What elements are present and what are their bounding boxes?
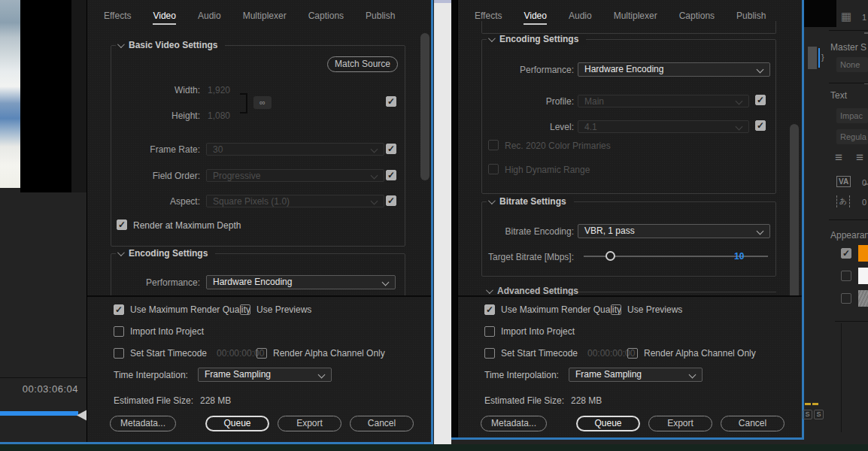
use-previews-label: Use Previews xyxy=(627,304,682,315)
render-max-depth-label: Render at Maximum Depth xyxy=(133,220,241,231)
solo-track-button[interactable]: S xyxy=(814,410,824,419)
tab-publish[interactable]: Publish xyxy=(366,11,395,25)
dimension-link-bracket xyxy=(240,93,247,114)
render-alpha-checkbox[interactable] xyxy=(256,348,267,359)
performance-dropdown[interactable]: Hardware Encoding xyxy=(206,275,396,289)
screenshot-border-left-right-edge xyxy=(431,0,433,444)
profile-dropdown[interactable]: Main xyxy=(578,95,749,107)
shadow-color-swatch[interactable] xyxy=(858,290,868,307)
basic-video-settings-header[interactable]: Basic Video Settings xyxy=(116,40,225,50)
render-max-depth-checkbox[interactable] xyxy=(117,219,127,230)
metadata-button[interactable]: Metadata... xyxy=(481,416,547,431)
link-dimensions-icon[interactable]: ∞ xyxy=(253,96,272,109)
tracking-icon[interactable]: VA xyxy=(836,176,851,187)
export-button[interactable]: Export xyxy=(648,416,712,431)
aspect-checkbox[interactable] xyxy=(386,195,396,206)
field-order-label: Field Order: xyxy=(114,171,200,181)
cancel-button[interactable]: Cancel xyxy=(721,416,785,431)
monitor-scrub-bar[interactable] xyxy=(0,411,78,416)
set-start-timecode-checkbox[interactable] xyxy=(114,348,124,359)
estimated-file-size-label: Estimated File Size: xyxy=(114,395,193,406)
master-style-dropdown[interactable]: None xyxy=(836,57,868,72)
fill-checkbox[interactable] xyxy=(841,248,851,259)
fill-color-swatch[interactable] xyxy=(858,245,868,262)
queue-button[interactable]: Queue xyxy=(205,416,269,431)
use-max-render-quality-label: Use Maximum Render Quality xyxy=(130,304,250,315)
tracking-value[interactable]: 0 xyxy=(862,178,866,187)
time-interpolation-dropdown[interactable]: Frame Sampling xyxy=(569,368,703,382)
align-left-icon[interactable]: ≡ xyxy=(835,150,842,165)
import-into-project-checkbox[interactable] xyxy=(484,326,495,337)
kerning-icon[interactable]: あ xyxy=(836,195,850,207)
set-start-timecode-checkbox[interactable] xyxy=(484,348,495,359)
use-previews-label: Use Previews xyxy=(256,304,311,315)
panel-divider xyxy=(829,30,868,31)
stroke-checkbox[interactable] xyxy=(841,271,851,281)
master-styles-label: Master S xyxy=(830,42,866,53)
monitor-playhead-handle-icon[interactable] xyxy=(77,410,87,421)
timeline-clip-fragment xyxy=(808,47,817,69)
dialog-scrollbar[interactable] xyxy=(790,124,799,318)
use-max-render-quality-checkbox[interactable] xyxy=(114,304,124,315)
panel-edge xyxy=(841,323,842,432)
match-source-button[interactable]: Match Source xyxy=(327,56,398,72)
encoding-settings-header[interactable]: Encoding Settings xyxy=(116,248,215,259)
time-interpolation-dropdown[interactable]: Frame Sampling xyxy=(198,368,332,382)
use-previews-checkbox[interactable] xyxy=(240,304,250,315)
frame-rate-checkbox[interactable] xyxy=(386,144,396,154)
target-bitrate-slider-knob[interactable] xyxy=(605,251,615,261)
dialog-scrollbar[interactable] xyxy=(420,33,429,180)
rec2020-label: Rec. 2020 Color Primaries xyxy=(505,141,611,151)
chevron-down-icon xyxy=(488,35,496,42)
advanced-settings-header[interactable]: Advanced Settings xyxy=(486,286,578,296)
text-section-label: Text xyxy=(830,90,847,101)
font-family-dropdown[interactable]: Impac xyxy=(836,108,868,123)
tab-video[interactable]: Video xyxy=(153,11,175,25)
stroke-color-swatch[interactable] xyxy=(858,268,868,284)
solo-track-button[interactable]: S xyxy=(803,410,812,419)
level-dropdown[interactable]: 4.1 xyxy=(578,120,749,133)
align-center-icon[interactable]: ≡ xyxy=(856,150,863,165)
font-style-dropdown[interactable]: Regula xyxy=(836,129,868,144)
panel-divider xyxy=(829,219,868,220)
timeline-black-panel xyxy=(804,0,836,27)
monitor-timecode: 00:03:06:04 xyxy=(0,383,78,395)
profile-checkbox[interactable] xyxy=(755,95,766,105)
field-order-dropdown[interactable]: Progressive xyxy=(206,169,384,182)
tab-audio[interactable]: Audio xyxy=(198,11,221,25)
time-interpolation-label: Time Interpolation: xyxy=(484,370,559,380)
metadata-button[interactable]: Metadata... xyxy=(110,416,176,431)
target-bitrate-label: Target Bitrate [Mbps]: xyxy=(466,252,574,262)
chevron-down-icon xyxy=(486,286,493,294)
aspect-dropdown[interactable]: Square Pixels (1.0) xyxy=(206,195,384,207)
premiere-export-composite: 00:03:06:04 Effects Video Audio Multiple… xyxy=(0,0,868,451)
tab-captions[interactable]: Captions xyxy=(308,11,344,25)
tab-effects[interactable]: Effects xyxy=(104,11,131,25)
set-start-timecode-label: Set Start Timecode xyxy=(501,348,578,359)
bitrate-encoding-dropdown[interactable]: VBR, 1 pass xyxy=(578,224,770,238)
bitrate-settings-header[interactable]: Bitrate Settings xyxy=(487,196,574,207)
use-max-render-quality-checkbox[interactable] xyxy=(484,304,495,315)
dimensions-checkbox[interactable] xyxy=(386,96,396,107)
cancel-button[interactable]: Cancel xyxy=(350,416,414,431)
screenshot-border-right-bottom-edge xyxy=(451,437,804,440)
rec2020-checkbox[interactable] xyxy=(488,140,499,150)
frame-rate-dropdown[interactable]: 30 xyxy=(206,143,384,156)
monitor-divider xyxy=(0,377,86,378)
field-order-checkbox[interactable] xyxy=(386,170,396,180)
level-checkbox[interactable] xyxy=(755,120,766,131)
tab-multiplexer[interactable]: Multiplexer xyxy=(243,11,287,25)
performance-dropdown[interactable]: Hardware Encoding xyxy=(578,62,770,77)
queue-button[interactable]: Queue xyxy=(576,416,640,431)
export-button[interactable]: Export xyxy=(278,416,341,431)
encoding-settings-header[interactable]: Encoding Settings xyxy=(487,34,586,44)
shadow-checkbox[interactable] xyxy=(841,293,851,304)
screenshot-right-left-edge xyxy=(451,0,457,440)
program-monitor-preview xyxy=(0,0,20,188)
hdr-checkbox[interactable] xyxy=(488,164,499,174)
import-into-project-checkbox[interactable] xyxy=(114,326,124,337)
kerning-value[interactable]: 0 xyxy=(862,198,866,207)
render-alpha-checkbox[interactable] xyxy=(627,348,638,359)
program-monitor-letterbox xyxy=(20,0,71,192)
use-previews-checkbox[interactable] xyxy=(611,304,621,315)
